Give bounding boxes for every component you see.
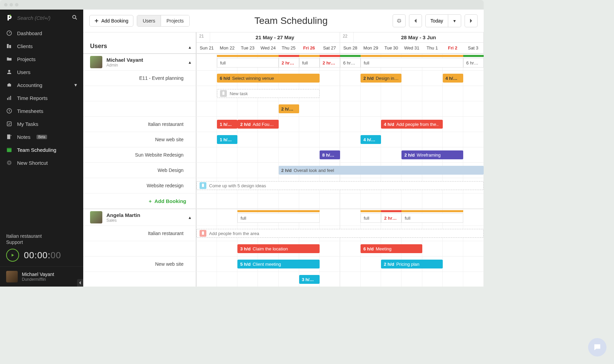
task-row[interactable]: Add people from the area (196, 226, 484, 241)
capacity-cell[interactable]: 6 hr… (463, 58, 484, 68)
plus-icon: + (149, 198, 152, 204)
booking-block[interactable]: 3 h/… (299, 275, 320, 284)
task-label: Italian restaurant (83, 226, 196, 241)
chevron-up-icon: ▴ (189, 44, 191, 50)
task-label: Website redesign (83, 178, 196, 193)
sidebar-item-accounting[interactable]: Accounting ▾ (0, 78, 83, 91)
next-period-button[interactable] (465, 14, 478, 27)
capacity-cell[interactable]: 2 hr… (320, 58, 340, 68)
sidebar-item-newshortcut[interactable]: New Shortcut (0, 156, 83, 169)
sidebar-item-timesheets[interactable]: Timesheets (0, 104, 83, 117)
svg-rect-6 (7, 98, 8, 100)
users-column-header[interactable]: Users ▴ (83, 32, 196, 53)
booking-block[interactable]: 5 h/dClient meeting (237, 260, 320, 268)
capacity-cell[interactable]: full (361, 58, 463, 68)
booking-block[interactable]: 2 h/dAdd Fou… (237, 120, 278, 129)
capacity-cell[interactable]: full (401, 213, 463, 223)
capacity-cell[interactable]: full (361, 213, 381, 223)
task-row[interactable]: 1 h/…2 h/dAdd Fou…4 h/dAdd people from t… (196, 117, 484, 132)
capacity-cell[interactable]: full (217, 58, 278, 68)
task-row[interactable]: 2 h/dOverall look and feel (196, 163, 484, 178)
add-booking-button[interactable]: Add Booking (89, 15, 133, 27)
booking-block[interactable]: 1 h/… (217, 120, 237, 129)
booking-block[interactable]: 4 h/dAdd people from the.. (381, 120, 442, 129)
day-header: Sun 21 (196, 43, 217, 53)
task-row[interactable]: 3 h/dClaim the location6 h/dMeeting (196, 241, 484, 256)
sidebar-collapse-button[interactable] (77, 279, 83, 287)
sidebar-item-projects[interactable]: Projects (0, 53, 83, 65)
task-label (83, 86, 196, 101)
sidebar-nav: Dashboard Clients Projects Users Account… (0, 25, 83, 171)
booking-block[interactable]: 3 h/dClaim the location (237, 244, 320, 253)
day-header: Sun 28 (340, 43, 361, 53)
task-row[interactable]: New task (196, 86, 484, 101)
tab-projects[interactable]: Projects (161, 15, 189, 26)
traffic-light-dot (15, 3, 18, 6)
schedule-grid[interactable]: Michael Vayant Admin ▴ full2 hr…full2 hr… (83, 54, 484, 287)
booking-block[interactable]: 4 h/… (443, 74, 463, 83)
day-header: Tue 23 (237, 43, 258, 53)
capacity-cell[interactable]: full (237, 213, 320, 223)
task-row[interactable]: 1 h/…4 h/… (196, 132, 484, 147)
task-row[interactable]: 5 h/dClient meeting2 h/dPricing plan (196, 257, 484, 272)
timer-play-button[interactable] (6, 249, 19, 262)
svg-rect-11 (7, 134, 10, 139)
task-row[interactable]: 3 h/… (196, 272, 484, 287)
booking-ghost[interactable]: Add people from the area (196, 229, 484, 238)
today-button[interactable]: Today (425, 14, 448, 27)
search-icon[interactable] (72, 14, 78, 21)
booking-block[interactable]: 1 h/… (217, 135, 237, 144)
sidebar-item-notes[interactable]: Notes Beta (0, 130, 83, 143)
day-header: Mon 29 (361, 43, 381, 53)
booking-block[interactable]: 6 h/dSelect winning venue (217, 74, 320, 83)
user-role: Sales (106, 218, 140, 223)
svg-rect-8 (10, 96, 11, 100)
booking-block[interactable]: 2 h/dWireframing (401, 150, 463, 159)
booking-block[interactable]: 2 h/dDesign in… (361, 74, 401, 83)
booking-ghost[interactable]: New task (217, 89, 320, 98)
task-row[interactable]: Come up with 5 design ideas (196, 178, 484, 193)
booking-block[interactable]: 4 h/… (361, 135, 381, 144)
task-label (83, 101, 196, 116)
capacity-cell[interactable]: 2 hr… (381, 213, 401, 223)
booking-block[interactable]: 8 h/… (320, 150, 340, 159)
svg-rect-7 (9, 97, 10, 100)
sidebar-item-timereports[interactable]: Time Reports (0, 91, 83, 104)
sidebar-user[interactable]: Michael Vayant Dundermifflin (0, 266, 83, 287)
sidebar-item-mytasks[interactable]: My Tasks (0, 117, 83, 130)
user-row-header[interactable]: Michael Vayant Admin ▴ (83, 54, 196, 70)
sidebar-item-teamscheduling[interactable]: Team Scheduling (0, 143, 83, 156)
task-row[interactable]: 8 h/…2 h/dWireframing (196, 147, 484, 162)
svg-rect-3 (7, 44, 9, 48)
booking-block[interactable]: 6 h/dMeeting (361, 244, 422, 253)
sidebar-item-users[interactable]: Users (0, 65, 83, 78)
compress-view-button[interactable] (393, 14, 406, 27)
user-row-header[interactable]: Angela Martin Sales ▴ (83, 209, 196, 225)
booking-ghost[interactable]: Come up with 5 design ideas (196, 181, 484, 190)
task-row[interactable]: 2 h/… (196, 101, 484, 116)
user-summary-row: full2 hr…full2 hr…6 hr…full6 hr… (196, 54, 484, 70)
svg-rect-13 (7, 148, 12, 149)
ghost-icon (200, 182, 206, 189)
add-booking-row[interactable]: +Add Booking (83, 193, 196, 208)
sidebar-item-clients[interactable]: Clients (0, 40, 83, 53)
booking-block[interactable]: 2 h/dPricing plan (381, 260, 442, 268)
svg-point-0 (10, 15, 11, 16)
capacity-cell[interactable]: 6 hr… (340, 58, 361, 68)
booking-block[interactable]: 2 h/… (279, 104, 299, 113)
capacity-bar (279, 55, 299, 57)
day-header: Wed 24 (258, 43, 278, 53)
search-input[interactable]: Search (Ctrl+/) (17, 15, 68, 21)
svg-point-1 (73, 15, 76, 18)
chevron-down-icon: ▾ (74, 82, 77, 88)
booking-block[interactable]: 2 h/dOverall look and feel (279, 166, 484, 175)
sidebar-item-label: Users (17, 69, 30, 75)
timer-section: Italian restaurant Support 00:00:00 (0, 230, 83, 266)
prev-period-button[interactable] (409, 14, 422, 27)
capacity-cell[interactable]: full (299, 58, 320, 68)
tab-users[interactable]: Users (137, 15, 161, 26)
task-row[interactable]: 6 h/dSelect winning venue2 h/dDesign in…… (196, 71, 484, 86)
sidebar-item-dashboard[interactable]: Dashboard (0, 27, 83, 40)
today-dropdown-button[interactable]: ▾ (448, 14, 461, 27)
capacity-cell[interactable]: 2 hr… (279, 58, 299, 68)
